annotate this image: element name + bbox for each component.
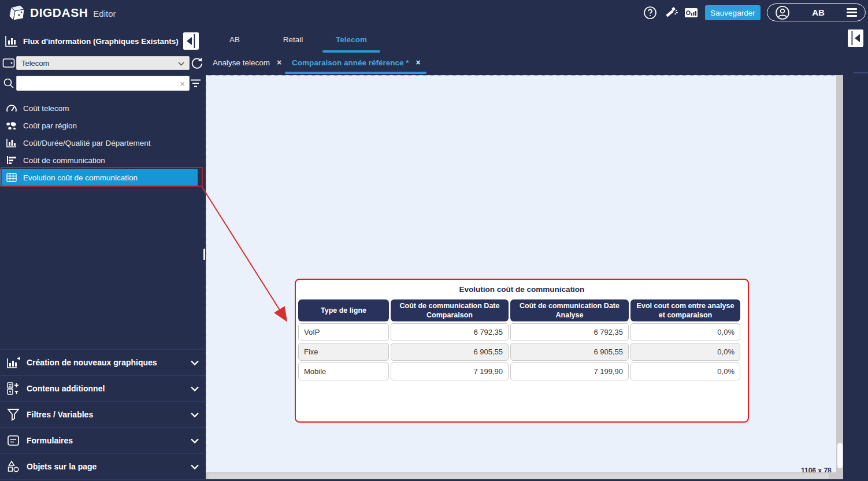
column-header: Type de ligne [298,299,389,321]
refresh-icon[interactable] [190,57,203,69]
column-header: Coût de communication Date Comparaison [391,299,509,321]
brand: DIGDASH Editor [30,6,116,20]
search-input[interactable] [17,77,176,90]
table-cell: 6 905,55 [391,343,509,361]
table-cell: VoIP [298,323,389,341]
main-region: AB Retail Telecom Analyse telecom × Comp… [206,25,868,481]
active-tab-underline [322,50,380,53]
tab-telecom-active[interactable]: Telecom [328,32,374,46]
chevron-down-icon [191,409,199,420]
flux-item-cout-telecom[interactable]: Coût telecom [0,99,206,117]
flux-item-evolution-cout-selected[interactable]: Evolution coût de communication [0,169,198,186]
clear-search-icon[interactable]: × [176,79,189,88]
tab-label: AB [229,35,240,44]
widget-title: Evolution coût de communication [296,285,748,294]
chevron-down-icon [191,461,199,472]
topbar: DIGDASH Editor Sauvegarder [0,0,868,25]
tab-label: Telecom [336,35,367,44]
collapse-right-panel-icon[interactable] [848,29,863,47]
collection-select[interactable]: Telecom [16,56,190,70]
table-cell: 7 199,90 [510,362,629,380]
wallet-icon [2,57,15,69]
tab-ab[interactable]: AB [220,32,250,46]
collection-row: Telecom [0,56,206,70]
flux-item-label: Coût telecom [23,104,69,113]
content-add-icon [6,382,21,395]
user-menu[interactable]: AB [767,3,866,21]
doctab-comparaison-active[interactable]: Comparaison année référence * × [292,56,421,69]
horizontal-scrollbar[interactable] [206,472,843,479]
sidebar-panel-title: Flux d'information (Graphiques Existants… [23,37,179,46]
doctab-label: Comparaison année référence * [292,58,409,67]
sidebar-sections: Création de nouveaux graphiques Contenu … [0,349,206,480]
data-report-icon[interactable] [684,5,699,20]
user-avatar-icon [775,5,790,20]
active-doctab-underline [285,72,426,74]
data-table: Type de ligne Coût de communication Date… [298,299,740,380]
section-objets-sur-la-page[interactable]: Objets sur la page [0,453,206,479]
right-collapsed-panel [843,25,868,481]
close-tab-icon[interactable]: × [277,58,281,67]
flux-item-label: Coût de communication [23,156,105,165]
table-cell: Fixe [298,343,389,361]
table-grid-icon [6,172,17,183]
search-icon [3,77,14,89]
tab-retail[interactable]: Retail [275,32,311,46]
flux-item-cout-par-region[interactable]: Coût par région [0,117,206,134]
user-initials: AB [790,8,847,17]
chevron-down-icon [191,357,199,368]
section-label: Formulaires [27,436,191,445]
column-header: Coût de communication Date Analyse [510,299,629,321]
chevron-down-icon [191,383,199,394]
existing-charts-icon [5,35,18,47]
collapse-sidebar-icon[interactable] [183,32,199,50]
tab-label: Retail [283,35,303,44]
filter-sort-icon[interactable] [190,79,201,88]
section-label: Création de nouveaux graphiques [27,358,191,367]
table-cell: 6 792,35 [391,323,509,341]
close-tab-icon[interactable]: × [416,58,421,67]
sidebar-header: Flux d'information (Graphiques Existants… [0,29,206,53]
digdash-logo-icon [8,3,26,24]
hamburger-menu-icon[interactable] [847,8,857,17]
help-icon[interactable] [643,5,658,20]
table-cell: 7 199,90 [391,362,509,380]
column-header: Evol cout com entre analyse et comparais… [630,299,740,321]
vertical-scrollbar[interactable] [836,75,843,472]
world-map-icon [6,120,17,131]
chart-plus-icon [6,356,21,369]
brand-suffix: Editor [93,9,116,18]
collection-selected-value: Telecom [21,59,178,68]
gauge-icon [6,103,17,113]
sidebar-scrollbar-thumb[interactable] [203,249,205,260]
chevron-down-icon [178,59,184,68]
table-cell: Mobile [298,362,389,380]
hbar-chart-icon [6,155,17,165]
flux-item-cout-duree-qualite[interactable]: Coût/Durée/Qualité par Département [0,134,206,151]
funnel-icon [6,408,21,421]
section-contenu-additionnel[interactable]: Contenu additionnel [0,375,206,401]
table-cell: 6 905,55 [510,343,629,361]
sidebar: Flux d'information (Graphiques Existants… [0,25,206,481]
section-creation-graphiques[interactable]: Création de nouveaux graphiques [0,349,206,375]
shapes-icon [6,460,21,473]
flux-item-cout-de-communication[interactable]: Coût de communication [0,151,206,169]
column-chart-icon [6,138,17,148]
flux-item-label: Coût par région [23,121,77,130]
table-cell: 6 792,35 [510,323,629,341]
flux-item-label: Evolution coût de communication [23,173,138,182]
form-icon [6,434,21,447]
brand-name: DIGDASH [30,6,88,20]
table-cell: 0,0% [630,343,740,361]
doctab-analyse-telecom[interactable]: Analyse telecom × [213,56,281,69]
table-widget-evolution-cout[interactable]: Evolution coût de communication Type de … [295,279,749,423]
page-canvas[interactable]: Evolution coût de communication Type de … [206,75,836,472]
section-filtres-variables[interactable]: Filtres / Variables [0,401,206,427]
section-label: Filtres / Variables [27,410,191,419]
save-button[interactable]: Sauvegarder [705,5,761,20]
right-panel-divider [854,72,868,73]
magic-wand-icon[interactable] [663,5,678,20]
horizontal-scrollbar-thumb[interactable] [207,473,829,479]
vertical-scrollbar-thumb[interactable] [837,443,843,468]
section-formulaires[interactable]: Formulaires [0,427,206,453]
